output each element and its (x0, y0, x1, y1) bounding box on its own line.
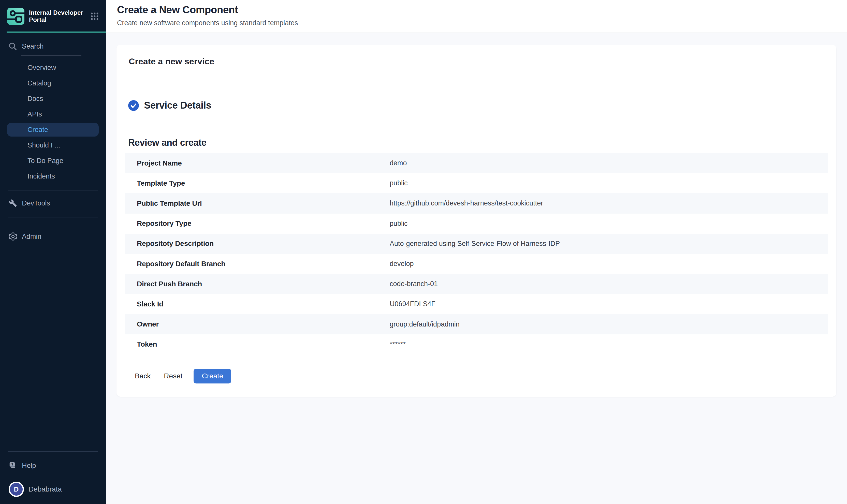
apps-grid-icon[interactable] (91, 12, 99, 20)
sidebar-item-todo-page[interactable]: To Do Page (7, 154, 99, 167)
sidebar-spacer (0, 245, 106, 451)
sidebar-item-catalog[interactable]: Catalog (7, 76, 99, 90)
review-row-repository-default-branch: Repository Default Branch develop (125, 254, 828, 274)
review-value: group:default/idpadmin (390, 320, 468, 328)
sidebar-item-overview[interactable]: Overview (7, 61, 99, 74)
review-label: Repository Default Branch (125, 260, 390, 268)
brand-home-link[interactable]: Internal DeveloperPortal (0, 0, 106, 32)
page-subtitle: Create new software components using sta… (117, 19, 835, 27)
review-value: Auto-generated using Self-Service-Flow o… (390, 240, 568, 248)
user-name: Debabrata (29, 485, 62, 493)
review-row-public-template-url: Public Template Url https://github.com/d… (125, 193, 828, 213)
review-row-token: Token ****** (125, 335, 828, 355)
review-row-template-type: Template Type public (125, 173, 828, 193)
app-root: Internal DeveloperPortal Search Overview… (0, 0, 847, 504)
review-row-project-name: Project Name demo (125, 153, 828, 173)
review-row-direct-push-branch: Direct Push Branch code-branch-01 (125, 274, 828, 294)
main-area: Create a New Component Create new softwa… (106, 0, 847, 504)
review-label: Public Template Url (125, 199, 390, 208)
review-value: public (390, 179, 416, 187)
sidebar-item-apis[interactable]: APIs (7, 107, 99, 121)
review-value: demo (390, 159, 415, 167)
sidebar-item-create[interactable]: Create (7, 123, 99, 137)
step-check-icon (128, 100, 139, 111)
create-service-card: Create a new service Service Details Rev… (116, 45, 836, 397)
help-chat-icon: ? (8, 461, 17, 470)
review-value: public (390, 220, 416, 228)
sidebar-item-should-i[interactable]: Should I ... (7, 138, 99, 152)
review-label: Repository Type (125, 219, 390, 228)
avatar: D (8, 482, 24, 497)
review-value: U0694FDLS4F (390, 300, 444, 308)
search-label: Search (22, 42, 44, 50)
sidebar-item-admin[interactable]: Admin (7, 230, 99, 244)
bottom-divider (8, 451, 98, 452)
admin-label: Admin (22, 233, 41, 240)
user-menu[interactable]: D Debabrata (7, 482, 99, 497)
sidebar-item-incidents[interactable]: Incidents (7, 169, 99, 183)
brand-divider (6, 32, 106, 33)
review-value: code-branch-01 (390, 280, 446, 288)
review-label: Template Type (125, 179, 390, 187)
help-label: Help (22, 462, 36, 470)
review-label: Repositoty Description (125, 239, 390, 248)
review-row-repository-description: Repositoty Description Auto-generated us… (125, 234, 828, 254)
review-title: Review and create (128, 137, 836, 148)
sidebar-nav: Overview Catalog Docs APIs Create Should… (0, 59, 106, 185)
page-header: Create a New Component Create new softwa… (106, 0, 847, 33)
back-button[interactable]: Back (135, 369, 150, 383)
review-row-owner: Owner group:default/idpadmin (125, 314, 828, 335)
review-label: Direct Push Branch (125, 280, 390, 288)
gear-icon (8, 232, 17, 241)
idp-logo-icon (7, 7, 24, 25)
review-label: Project Name (125, 159, 390, 167)
devtools-divider (8, 217, 98, 217)
review-value: https://github.com/devesh-harness/test-c… (390, 199, 551, 207)
review-value: develop (390, 260, 422, 268)
svg-text:?: ? (11, 463, 14, 467)
search-divider (21, 55, 82, 56)
create-button[interactable]: Create (194, 369, 231, 383)
sidebar-item-help[interactable]: ? Help (7, 459, 99, 472)
wrench-icon (8, 199, 17, 208)
reset-button[interactable]: Reset (164, 369, 182, 383)
review-label: Token (125, 340, 390, 348)
sidebar-item-devtools[interactable]: DevTools (7, 196, 99, 210)
sidebar-item-docs[interactable]: Docs (7, 92, 99, 106)
review-row-repository-type: Repository Type public (125, 214, 828, 234)
review-table: Project Name demo Template Type public P… (125, 153, 828, 355)
card-title: Create a new service (129, 56, 836, 66)
form-actions: Back Reset Create (135, 369, 836, 383)
search-icon (8, 42, 17, 50)
page-title: Create a New Component (117, 4, 835, 16)
review-value: ****** (390, 341, 414, 348)
review-label: Slack Id (125, 300, 390, 308)
step-label: Service Details (144, 100, 211, 111)
devtools-label: DevTools (22, 199, 50, 207)
sidebar: Internal DeveloperPortal Search Overview… (0, 0, 106, 504)
brand-title: Internal DeveloperPortal (29, 9, 89, 24)
sidebar-search[interactable]: Search (7, 39, 99, 53)
review-row-slack-id: Slack Id U0694FDLS4F (125, 294, 828, 314)
page-content: Create a new service Service Details Rev… (106, 33, 847, 504)
review-label: Owner (125, 320, 390, 328)
nav-section-divider (8, 190, 98, 191)
step-service-details[interactable]: Service Details (128, 100, 836, 111)
